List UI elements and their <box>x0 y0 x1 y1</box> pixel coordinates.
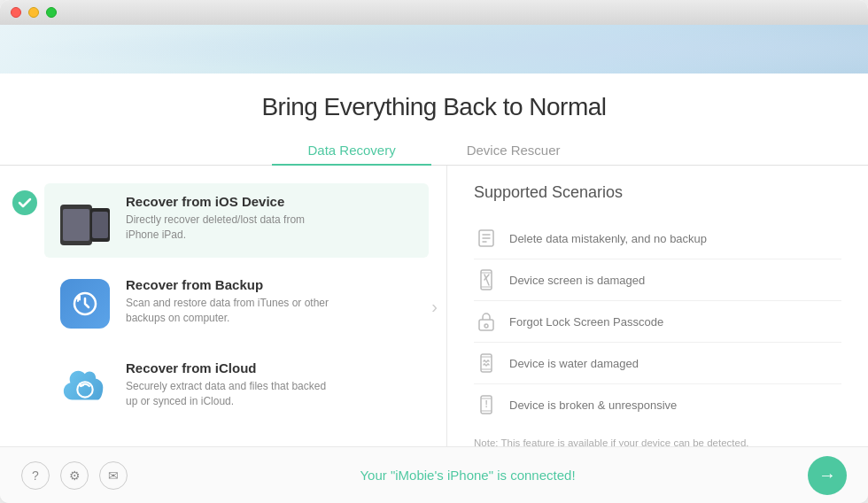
mail-icon: ✉ <box>108 468 119 483</box>
recover-ios-item[interactable]: Recover from iOS Device Directly recover… <box>44 183 429 258</box>
scenario-broken: ! Device is broken & unresponsive <box>474 384 841 425</box>
icloud-icon <box>58 360 112 414</box>
next-button[interactable]: → <box>808 456 847 495</box>
connection-status: Your "iMobie's iPhone" is connected! <box>360 468 575 483</box>
ios-item-title: Recover from iOS Device <box>126 194 338 209</box>
scenario-passcode: ? Forgot Lock Screen Passcode <box>474 301 841 343</box>
check-icon <box>12 190 37 215</box>
left-panel: Recover from iOS Device Directly recover… <box>0 166 447 446</box>
ios-item-text: Recover from iOS Device Directly recover… <box>126 194 338 243</box>
header-decoration <box>0 25 868 74</box>
scenario-water: Device is water damaged <box>474 343 841 384</box>
scenario-deleted: Delete data mistakenly, and no backup <box>474 218 841 259</box>
recover-icloud-item[interactable]: Recover from iCloud Securely extract dat… <box>44 350 429 424</box>
ios-device-icon <box>58 194 112 247</box>
backup-icon <box>58 277 112 330</box>
ios-item-desc: Directly recover deleted/lost data from … <box>126 213 338 243</box>
footer-left-icons: ? ⚙ ✉ <box>21 461 128 490</box>
footer-status: Your "iMobie's iPhone" is connected! <box>128 468 808 483</box>
next-arrow-icon: → <box>818 465 836 485</box>
scenario-screen-damaged: Device screen is damaged <box>474 259 841 301</box>
content-area: Recover from iOS Device Directly recover… <box>0 166 868 446</box>
maximize-button[interactable] <box>46 7 57 18</box>
backup-item-text: Recover from Backup Scan and restore dat… <box>126 277 338 326</box>
tab-data-recovery[interactable]: Data Recovery <box>272 135 430 165</box>
close-button[interactable] <box>11 7 21 18</box>
scenarios-note: Note: This feature is available if your … <box>474 436 841 446</box>
tabs-nav: Data Recovery Device Rescuer <box>0 135 868 166</box>
app-window: Bring Everything Back to Normal Data Rec… <box>0 0 868 503</box>
recover-backup-item[interactable]: Recover from Backup Scan and restore dat… <box>44 267 429 341</box>
help-button[interactable]: ? <box>21 461 50 490</box>
screen-damaged-icon <box>474 267 499 292</box>
scenario-water-text: Device is water damaged <box>509 357 639 370</box>
title-bar <box>0 0 868 25</box>
footer: ? ⚙ ✉ Your "iMobie's iPhone" is connecte… <box>0 446 868 503</box>
scenario-passcode-text: Forgot Lock Screen Passcode <box>509 315 663 329</box>
broken-icon: ! <box>474 392 499 417</box>
icloud-item-text: Recover from iCloud Securely extract dat… <box>126 360 338 409</box>
water-damaged-icon <box>474 351 499 375</box>
svg-text:!: ! <box>485 399 488 409</box>
tab-device-rescuer[interactable]: Device Rescuer <box>431 135 596 165</box>
scenario-deleted-text: Delete data mistakenly, and no backup <box>509 232 707 245</box>
chevron-right-icon: › <box>431 296 438 316</box>
help-icon: ? <box>32 468 39 483</box>
deleted-icon <box>474 226 499 251</box>
passcode-icon: ? <box>474 309 499 334</box>
settings-button[interactable]: ⚙ <box>60 461 89 490</box>
scenarios-title: Supported Scenarios <box>474 183 841 202</box>
settings-icon: ⚙ <box>69 468 81 483</box>
scenario-broken-text: Device is broken & unresponsive <box>509 399 677 412</box>
icloud-item-desc: Securely extract data and files that bac… <box>126 379 338 409</box>
backup-item-title: Recover from Backup <box>126 277 338 292</box>
main-title-section: Bring Everything Back to Normal <box>0 74 868 121</box>
minimize-button[interactable] <box>28 7 39 18</box>
backup-item-desc: Scan and restore data from iTunes or oth… <box>126 296 338 326</box>
mail-button[interactable]: ✉ <box>99 461 128 490</box>
main-title: Bring Everything Back to Normal <box>0 93 868 121</box>
right-panel: Supported Scenarios Delete data mistaken… <box>447 166 868 446</box>
icloud-item-title: Recover from iCloud <box>126 360 338 375</box>
scenario-screen-damaged-text: Device screen is damaged <box>509 274 645 287</box>
